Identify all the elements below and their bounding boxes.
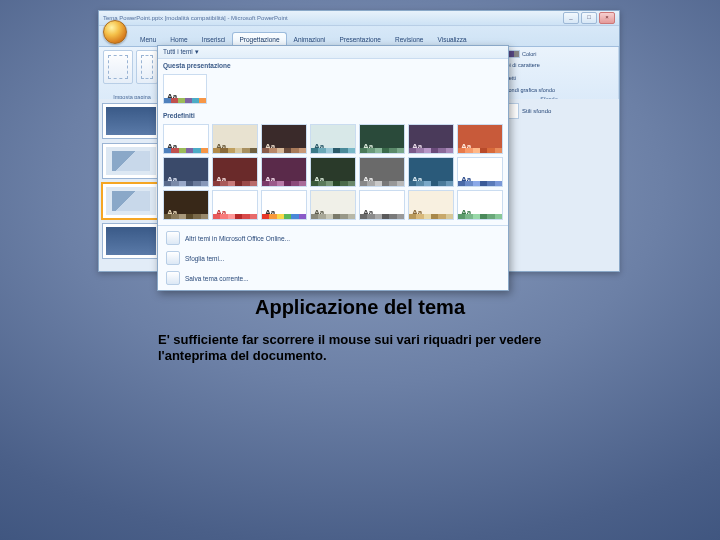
window-titlebar: Tema PowerPoint.pptx [modalità compatibi… <box>99 11 619 26</box>
gallery-save-theme[interactable]: Salva tema corrente... <box>158 268 508 288</box>
tab-progettazione[interactable]: Progettazione <box>232 32 286 46</box>
gallery-theme-cell[interactable]: Aa <box>163 190 209 220</box>
window-controls: _ □ × <box>563 12 615 24</box>
gallery-theme-cell[interactable]: Aa <box>163 74 207 104</box>
task-pane: Stili sfondo <box>498 99 619 271</box>
gallery-theme-cell[interactable]: Aa <box>359 190 405 220</box>
gallery-theme-cell[interactable]: Aa <box>261 190 307 220</box>
slide-thumb[interactable] <box>102 183 160 219</box>
gallery-current-grid: Aa <box>158 71 508 109</box>
gallery-footer: Altri temi in Microsoft Office Online...… <box>158 225 508 290</box>
page-setup-icon[interactable] <box>103 50 133 84</box>
ribbon-tab-row: MenuHomeInserisciProgettazioneAnimazioni… <box>99 26 619 47</box>
gallery-theme-cell[interactable]: Aa <box>212 124 258 154</box>
gallery-header[interactable]: Tutti i temi ▾ <box>158 46 508 59</box>
gallery-more-online[interactable]: Altri temi in Microsoft Office Online... <box>158 228 508 248</box>
save-icon <box>166 271 180 285</box>
gallery-theme-cell[interactable]: Aa <box>457 157 503 187</box>
theme-gallery-dropdown: Tutti i temi ▾ Questa presentazione Aa P… <box>157 45 509 291</box>
slide-body-text: E' sufficiente far scorrere il mouse sui… <box>158 332 578 365</box>
gallery-theme-cell[interactable]: Aa <box>212 157 258 187</box>
gallery-theme-cell[interactable]: Aa <box>163 124 209 154</box>
slide-thumb[interactable] <box>102 103 160 139</box>
gallery-theme-cell[interactable]: Aa <box>457 190 503 220</box>
gallery-theme-cell[interactable]: Aa <box>359 157 405 187</box>
office-button-icon[interactable] <box>103 20 127 44</box>
gallery-section-current: Questa presentazione <box>158 59 508 71</box>
orientation-icon[interactable] <box>136 50 158 84</box>
embedded-screenshot: Tema PowerPoint.pptx [modalità compatibi… <box>98 10 620 272</box>
gallery-builtin-grid: AaAaAaAaAaAaAaAaAaAaAaAaAaAaAaAaAaAaAaAa… <box>158 121 508 225</box>
maximize-button[interactable]: □ <box>581 12 597 24</box>
folder-icon <box>166 251 180 265</box>
tab-visualizza[interactable]: Visualizza <box>430 32 473 46</box>
gallery-theme-cell[interactable]: Aa <box>359 124 405 154</box>
slide-thumb[interactable] <box>102 143 160 179</box>
gallery-theme-cell[interactable]: Aa <box>310 124 356 154</box>
gallery-section-builtin: Predefiniti <box>158 109 508 121</box>
gallery-theme-cell[interactable]: Aa <box>261 124 307 154</box>
slide-heading: Applicazione del tema <box>0 296 720 319</box>
slide-thumbnail-rail <box>99 99 164 271</box>
gallery-theme-cell[interactable]: Aa <box>212 190 258 220</box>
slide-thumb[interactable] <box>102 223 160 259</box>
gallery-theme-cell[interactable]: Aa <box>163 157 209 187</box>
gallery-theme-cell[interactable]: Aa <box>457 124 503 154</box>
gallery-theme-cell[interactable]: Aa <box>408 190 454 220</box>
tab-presentazione[interactable]: Presentazione <box>332 32 388 46</box>
gallery-theme-cell[interactable]: Aa <box>408 124 454 154</box>
tab-revisione[interactable]: Revisione <box>388 32 431 46</box>
gallery-browse-themes[interactable]: Sfoglia temi... <box>158 248 508 268</box>
slide-background: Tema PowerPoint.pptx [modalità compatibi… <box>0 0 720 540</box>
tab-inserisci[interactable]: Inserisci <box>195 32 233 46</box>
gallery-theme-cell[interactable]: Aa <box>310 157 356 187</box>
tab-home[interactable]: Home <box>163 32 194 46</box>
close-button[interactable]: × <box>599 12 615 24</box>
tab-menu[interactable]: Menu <box>133 32 163 46</box>
tab-animazioni[interactable]: Animazioni <box>287 32 333 46</box>
gallery-theme-cell[interactable]: Aa <box>310 190 356 220</box>
bg-styles-row[interactable]: Stili sfondo <box>503 103 615 119</box>
online-icon <box>166 231 180 245</box>
window-title: Tema PowerPoint.pptx [modalità compatibi… <box>103 15 288 21</box>
ribbon-group-page-setup: Imposta pagina <box>99 47 166 101</box>
gallery-theme-cell[interactable]: Aa <box>408 157 454 187</box>
gallery-theme-cell[interactable]: Aa <box>261 157 307 187</box>
minimize-button[interactable]: _ <box>563 12 579 24</box>
